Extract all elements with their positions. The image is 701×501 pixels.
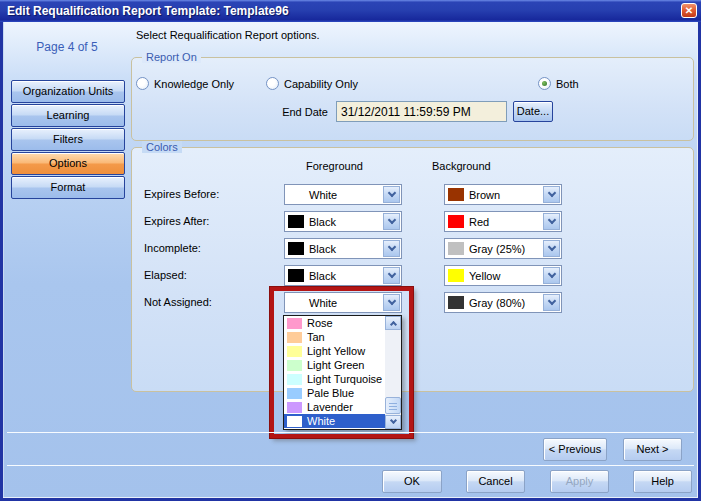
report-on-group: Report On Knowledge Only Capability Only… bbox=[131, 57, 694, 141]
color-swatch bbox=[287, 374, 302, 385]
color-swatch bbox=[288, 215, 304, 228]
selected-color-label: Red bbox=[469, 216, 489, 228]
cancel-button[interactable]: Cancel bbox=[466, 470, 525, 493]
colors-legend: Colors bbox=[142, 141, 182, 153]
window-title: Edit Requalification Report Template: Te… bbox=[0, 4, 289, 18]
elapsed-foreground-select[interactable]: Black bbox=[284, 265, 402, 286]
selected-color-label: Black bbox=[309, 243, 336, 255]
chevron-down-icon[interactable] bbox=[383, 186, 400, 203]
capability-only-radio[interactable] bbox=[266, 77, 279, 90]
elapsed-label: Elapsed: bbox=[144, 269, 187, 281]
dropdown-item-pale-blue[interactable]: Pale Blue bbox=[284, 386, 385, 400]
knowledge-only-radio[interactable] bbox=[136, 77, 149, 90]
dropdown-item-label: Pale Blue bbox=[307, 387, 354, 399]
selected-color-label: Gray (25%) bbox=[469, 243, 525, 255]
ok-button[interactable]: OK bbox=[382, 470, 442, 493]
dropdown-item-label: Rose bbox=[307, 317, 333, 329]
dropdown-item-tan[interactable]: Tan bbox=[284, 330, 385, 344]
date-button[interactable]: Date... bbox=[513, 101, 553, 122]
color-swatch bbox=[288, 188, 304, 201]
selected-color-label: Gray (80%) bbox=[469, 297, 525, 309]
not-assigned-background-select[interactable]: Gray (80%) bbox=[444, 292, 562, 313]
dropdown-item-light-turquoise[interactable]: Light Turquoise bbox=[284, 372, 385, 386]
incomplete-background-select[interactable]: Gray (25%) bbox=[444, 238, 562, 259]
title-bar: Edit Requalification Report Template: Te… bbox=[0, 0, 701, 22]
expires-after-label: Expires After: bbox=[144, 215, 209, 227]
expires-after-background-select[interactable]: Red bbox=[444, 211, 562, 232]
background-header: Background bbox=[432, 160, 491, 172]
not-assigned-label: Not Assigned: bbox=[144, 296, 212, 308]
incomplete-foreground-select[interactable]: Black bbox=[284, 238, 402, 259]
chevron-down-icon[interactable] bbox=[383, 240, 400, 257]
sidebar-item-options[interactable]: Options bbox=[11, 152, 125, 175]
chevron-up-icon bbox=[389, 321, 396, 328]
both-label: Both bbox=[556, 78, 579, 90]
dropdown-item-label: Light Yellow bbox=[307, 345, 365, 357]
chevron-down-icon[interactable] bbox=[543, 213, 560, 230]
dropdown-item-white[interactable]: White bbox=[284, 414, 385, 428]
color-swatch bbox=[288, 242, 304, 255]
colors-group: Colors Foreground Background Expires Bef… bbox=[131, 147, 694, 392]
dialog-body: Page 4 of 5 Select Requalification Repor… bbox=[0, 22, 701, 501]
color-swatch bbox=[287, 388, 302, 399]
knowledge-only-label: Knowledge Only bbox=[154, 78, 234, 90]
not-assigned-foreground-select[interactable]: White bbox=[284, 292, 402, 313]
incomplete-label: Incomplete: bbox=[144, 242, 201, 254]
color-swatch bbox=[448, 242, 464, 255]
selected-color-label: White bbox=[309, 297, 337, 309]
dropdown-scrollbar[interactable] bbox=[385, 316, 401, 429]
expires-before-foreground-select[interactable]: White bbox=[284, 184, 402, 205]
capability-only-label: Capability Only bbox=[284, 78, 358, 90]
thumb-grip-icon bbox=[389, 403, 397, 410]
sidebar-item-learning[interactable]: Learning bbox=[11, 104, 125, 127]
help-button[interactable]: Help bbox=[633, 470, 692, 493]
chevron-down-icon[interactable] bbox=[383, 267, 400, 284]
end-date-input[interactable] bbox=[336, 101, 507, 122]
next-button[interactable]: Next > bbox=[623, 438, 682, 461]
chevron-down-icon[interactable] bbox=[543, 294, 560, 311]
color-swatch bbox=[448, 215, 464, 228]
sidebar-item-filters[interactable]: Filters bbox=[11, 128, 125, 151]
chevron-down-icon[interactable] bbox=[383, 294, 400, 311]
color-swatch bbox=[287, 416, 302, 427]
previous-button[interactable]: < Previous bbox=[543, 438, 607, 461]
selected-color-label: Black bbox=[309, 270, 336, 282]
dropdown-item-label: White bbox=[307, 415, 335, 427]
both-radio[interactable] bbox=[538, 77, 551, 90]
dropdown-item-light-yellow[interactable]: Light Yellow bbox=[284, 344, 385, 358]
end-date-label: End Date bbox=[228, 106, 328, 118]
color-swatch bbox=[448, 188, 464, 201]
foreground-header: Foreground bbox=[306, 160, 363, 172]
chevron-down-icon[interactable] bbox=[543, 240, 560, 257]
selected-color-label: Brown bbox=[469, 189, 500, 201]
page-indicator: Page 4 of 5 bbox=[9, 40, 125, 54]
chevron-down-icon[interactable] bbox=[543, 186, 560, 203]
dropdown-item-light-green[interactable]: Light Green bbox=[284, 358, 385, 372]
color-swatch bbox=[288, 296, 304, 309]
scrollbar-thumb[interactable] bbox=[385, 397, 401, 414]
color-swatch bbox=[287, 332, 302, 343]
instruction-text: Select Requalification Report options. bbox=[136, 29, 319, 41]
chevron-down-icon[interactable] bbox=[383, 213, 400, 230]
dropdown-item-label: Tan bbox=[307, 331, 325, 343]
separator-line bbox=[7, 432, 694, 433]
expires-before-background-select[interactable]: Brown bbox=[444, 184, 562, 205]
selected-color-label: White bbox=[309, 189, 337, 201]
dropdown-item-label: Light Turquoise bbox=[307, 373, 382, 385]
color-swatch bbox=[448, 269, 464, 282]
chevron-down-icon[interactable] bbox=[543, 267, 560, 284]
elapsed-background-select[interactable]: Yellow bbox=[444, 265, 562, 286]
dropdown-item-label: Light Green bbox=[307, 359, 364, 371]
separator-line bbox=[7, 465, 694, 466]
scroll-down-button[interactable] bbox=[385, 415, 401, 429]
apply-button[interactable]: Apply bbox=[550, 470, 609, 493]
sidebar-item-organization-units[interactable]: Organization Units bbox=[11, 80, 125, 103]
scroll-up-button[interactable] bbox=[385, 316, 401, 330]
color-swatch bbox=[288, 269, 304, 282]
close-button[interactable]: ✕ bbox=[681, 3, 697, 18]
dropdown-item-lavender[interactable]: Lavender bbox=[284, 400, 385, 414]
color-swatch bbox=[287, 402, 302, 413]
dropdown-item-rose[interactable]: Rose bbox=[284, 316, 385, 330]
expires-after-foreground-select[interactable]: Black bbox=[284, 211, 402, 232]
sidebar-item-format[interactable]: Format bbox=[11, 176, 125, 199]
